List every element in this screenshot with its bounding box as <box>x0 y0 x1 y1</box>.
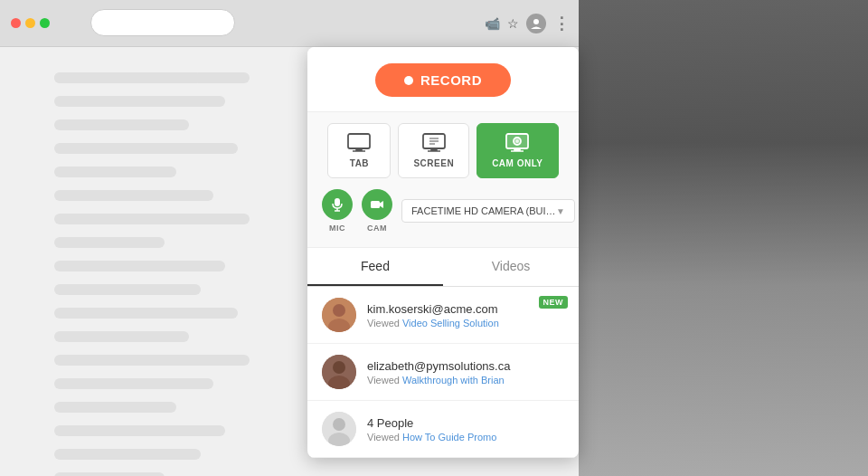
mode-buttons: TAB SCREEN <box>322 123 564 178</box>
dropdown-arrow: ▼ <box>556 206 565 216</box>
feed-email: 4 People <box>367 416 564 430</box>
maximize-button[interactable] <box>40 18 50 28</box>
feed-item-info: 4 People Viewed How To Guide Promo <box>367 416 564 443</box>
cam-only-mode-button[interactable]: CAM ONLY <box>476 123 558 178</box>
dark-panel <box>579 0 868 476</box>
feed-viewed-text: Viewed Walkthrough with Brian <box>367 375 564 386</box>
content-line <box>54 167 176 177</box>
avatar <box>322 298 356 332</box>
feed-link[interactable]: Video Selling Solution <box>402 318 499 328</box>
camera-device-name: FACETIME HD CAMERA (BUIL... <box>411 205 556 216</box>
svg-point-20 <box>333 304 345 317</box>
feed-item-info: elizabeth@pymsolutions.ca Viewed Walkthr… <box>367 359 564 386</box>
feed-link[interactable]: How To Guide Promo <box>402 432 496 443</box>
minimize-button[interactable] <box>25 18 35 28</box>
tab-icon <box>346 133 372 153</box>
avatar <box>322 412 356 446</box>
tab-videos[interactable]: Videos <box>443 248 579 286</box>
content-line <box>54 214 250 224</box>
tabs-bar: Feed Videos <box>307 248 579 287</box>
menu-icon[interactable]: ⋮ <box>553 15 570 32</box>
mic-circle <box>322 189 353 220</box>
mode-selector: TAB SCREEN <box>307 111 579 248</box>
avatar <box>322 355 356 389</box>
content-line <box>54 284 201 295</box>
content-line <box>54 472 165 476</box>
content-line <box>54 119 189 130</box>
svg-point-26 <box>333 418 345 431</box>
content-line <box>54 261 225 271</box>
content-line <box>54 331 189 342</box>
record-dot <box>404 76 413 85</box>
screen-mode-button[interactable]: SCREEN <box>398 123 469 178</box>
tab-feed[interactable]: Feed <box>307 248 443 286</box>
cam-only-label: CAM ONLY <box>492 158 542 168</box>
record-label: RECORD <box>420 72 482 88</box>
close-button[interactable] <box>11 18 21 28</box>
tab-label: TAB <box>350 158 369 168</box>
content-line <box>54 355 250 366</box>
screen-icon <box>421 133 447 153</box>
record-area: RECORD <box>307 47 579 111</box>
record-button[interactable]: RECORD <box>375 63 511 97</box>
feed-item-info: kim.koserski@acme.com Viewed Video Selli… <box>367 302 564 328</box>
svg-rect-18 <box>371 201 380 208</box>
feed-item: 4 People Viewed How To Guide Promo <box>307 401 579 458</box>
cam-toggle-button[interactable]: CAM <box>362 189 392 233</box>
tab-mode-button[interactable]: TAB <box>327 123 391 178</box>
address-bar[interactable] <box>90 9 235 36</box>
mic-button[interactable]: MIC <box>322 189 353 233</box>
video-icon[interactable]: 📹 <box>485 16 500 31</box>
feed-link[interactable]: Walkthrough with Brian <box>402 375 505 386</box>
feed-viewed-text: Viewed Video Selling Solution <box>367 318 564 328</box>
popup-panel: RECORD TAB <box>307 47 579 458</box>
svg-point-0 <box>533 19 539 24</box>
user-avatar-icon[interactable] <box>526 14 546 33</box>
content-line <box>54 72 201 83</box>
extension-icons: 📹 ☆ ⋮ <box>485 14 570 33</box>
content-line <box>54 190 213 201</box>
content-line <box>54 378 213 389</box>
cam-label: CAM <box>367 224 387 233</box>
camera-dropdown[interactable]: FACETIME HD CAMERA (BUIL... ▼ <box>401 199 575 223</box>
content-line <box>54 402 176 413</box>
svg-point-23 <box>333 361 345 374</box>
feed-email: kim.koserski@acme.com <box>367 302 564 316</box>
content-line <box>54 425 225 436</box>
content-line <box>54 237 165 248</box>
new-badge: NEW <box>539 296 569 309</box>
screen-label: SCREEN <box>413 158 454 168</box>
content-line <box>54 308 238 319</box>
content-line <box>54 143 238 154</box>
traffic-lights <box>11 18 50 28</box>
mic-cam-area: MIC CAM FACETIME HD CAMERA (BUIL... ▼ <box>322 189 564 233</box>
content-line <box>54 449 201 460</box>
cam-circle <box>362 189 392 220</box>
content-line <box>54 96 225 107</box>
cam-only-icon <box>505 133 530 153</box>
feed-item: elizabeth@pymsolutions.ca Viewed Walkthr… <box>307 344 579 401</box>
star-icon[interactable]: ☆ <box>507 16 519 31</box>
feed-email: elizabeth@pymsolutions.ca <box>367 359 564 373</box>
feed-list: kim.koserski@acme.com Viewed Video Selli… <box>307 287 579 458</box>
feed-viewed-text: Viewed How To Guide Promo <box>367 432 564 443</box>
feed-item: kim.koserski@acme.com Viewed Video Selli… <box>307 287 579 344</box>
svg-rect-15 <box>335 198 340 206</box>
svg-point-14 <box>515 139 519 143</box>
svg-rect-1 <box>348 134 370 148</box>
mic-label: MIC <box>329 224 345 233</box>
